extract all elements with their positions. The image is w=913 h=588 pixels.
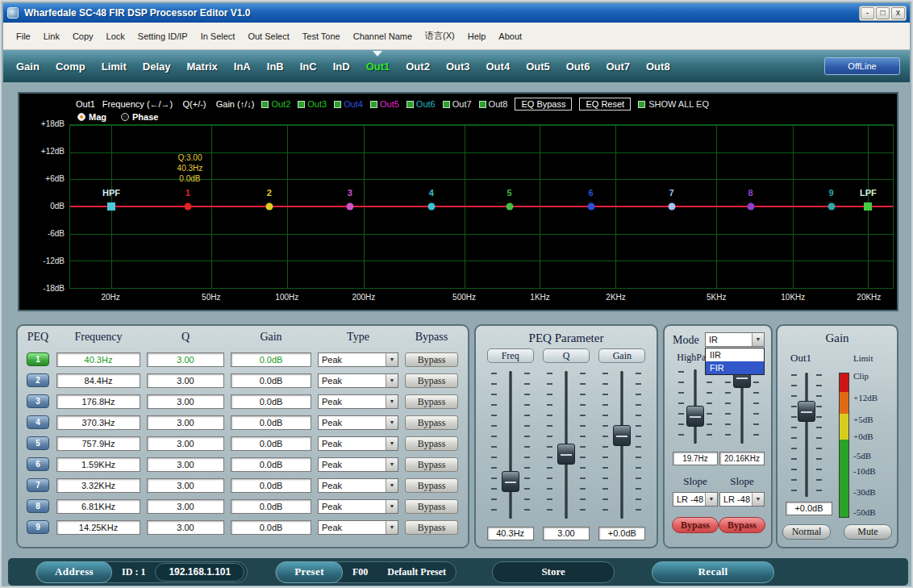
peq-bypass-button[interactable]: Bypass [405, 373, 458, 388]
tab-out7[interactable]: Out7 [598, 50, 638, 82]
peq-q-field[interactable]: 3.00 [147, 352, 224, 367]
close-button[interactable]: x [891, 7, 905, 19]
eq-bypass-button[interactable]: EQ Bypass [515, 98, 572, 111]
eq-overlay-out8[interactable]: Out8 [479, 99, 508, 109]
store-button[interactable]: Store [492, 561, 615, 583]
peq-band-button[interactable]: 2 [27, 373, 49, 387]
peq-band-button[interactable]: 4 [27, 415, 49, 429]
crossover-bypass-button[interactable]: Bypass [719, 517, 765, 533]
tab-out2[interactable]: Out2 [398, 50, 438, 82]
menu-item-setting-id-ip[interactable]: Setting ID/IP [131, 31, 194, 41]
peq-type-select[interactable]: Peak▼ [318, 415, 398, 430]
slider-handle[interactable] [686, 406, 704, 427]
peq-type-select[interactable]: Peak▼ [318, 478, 398, 493]
peq-band-button[interactable]: 9 [27, 520, 49, 534]
menu-item-link[interactable]: Link [37, 31, 66, 41]
peq-gain-field[interactable]: 0.0dB [231, 520, 311, 535]
tab-out4[interactable]: Out4 [478, 50, 519, 82]
peq-type-select[interactable]: Peak▼ [318, 373, 398, 388]
peq-type-select[interactable]: Peak▼ [318, 352, 398, 367]
menu-item-test-tone[interactable]: Test Tone [296, 31, 347, 41]
peq-gain-field[interactable]: 0.0dB [231, 457, 311, 472]
eq-point-6[interactable] [587, 203, 594, 211]
peq-q-field[interactable]: 3.00 [147, 373, 224, 388]
eq-overlay-out2[interactable]: Out2 [261, 99, 290, 109]
offline-button[interactable]: OffLine [824, 57, 900, 75]
peq-type-select[interactable]: Peak▼ [318, 436, 398, 451]
peq-q-field[interactable]: 3.00 [147, 499, 224, 514]
peq-band-button[interactable]: 7 [27, 478, 49, 492]
tab-ina[interactable]: InA [226, 50, 259, 82]
peq-frequency-field[interactable]: 6.81KHz [56, 499, 140, 514]
peq-bypass-button[interactable]: Bypass [405, 415, 458, 430]
tab-limit[interactable]: Limit [94, 50, 135, 82]
peq-bypass-button[interactable]: Bypass [405, 499, 458, 514]
peq-gain-field[interactable]: 0.0dB [231, 373, 311, 388]
peq-q-field[interactable]: 3.00 [147, 520, 224, 535]
mode-option-fir[interactable]: FIR [706, 361, 764, 374]
peq-frequency-field[interactable]: 3.32KHz [56, 478, 140, 493]
peq-type-select[interactable]: Peak▼ [318, 520, 398, 535]
menu-item-lock[interactable]: Lock [100, 31, 131, 41]
peq-gain-field[interactable]: 0.0dB [231, 478, 311, 493]
slider-handle[interactable] [798, 401, 815, 422]
peq-q-field[interactable]: 3.00 [147, 415, 224, 430]
slider-handle[interactable] [502, 471, 519, 492]
peq-frequency-field[interactable]: 1.59KHz [56, 457, 140, 472]
peq-bypass-button[interactable]: Bypass [405, 394, 458, 409]
tab-ind[interactable]: InD [325, 50, 358, 82]
eq-overlay-out5[interactable]: Out5 [370, 99, 399, 109]
mute-button[interactable]: Mute [844, 524, 892, 540]
eq-overlay-out4[interactable]: Out4 [334, 99, 363, 109]
peq-frequency-field[interactable]: 176.8Hz [56, 394, 140, 409]
tab-out5[interactable]: Out5 [518, 50, 558, 82]
peq-frequency-field[interactable]: 14.25KHz [56, 520, 140, 535]
peq-frequency-field[interactable]: 84.4Hz [56, 373, 140, 388]
minimize-button[interactable]: - [861, 7, 874, 19]
mode-option-iir[interactable]: IIR [706, 348, 764, 361]
tab-inc[interactable]: InC [292, 50, 325, 82]
eq-reset-button[interactable]: EQ Reset [579, 98, 631, 111]
menu-item-about[interactable]: About [492, 31, 528, 41]
peq-type-select[interactable]: Peak▼ [318, 457, 398, 472]
maximize-button[interactable]: □ [876, 7, 890, 19]
menu-item-help[interactable]: Help [461, 31, 493, 41]
tab-comp[interactable]: Comp [48, 50, 94, 82]
peq-q-field[interactable]: 3.00 [147, 457, 224, 472]
peq-gain-field[interactable]: 0.0dB [231, 415, 311, 430]
slope-select[interactable]: LR -48▼ [719, 492, 765, 507]
tab-gain[interactable]: Gain [8, 50, 48, 82]
peq-band-button[interactable]: 6 [27, 457, 49, 471]
radio-phase[interactable]: Phase [121, 112, 158, 122]
menu-item-file[interactable]: File [10, 31, 37, 41]
peq-type-select[interactable]: Peak▼ [318, 394, 398, 409]
menu-item-copy[interactable]: Copy [66, 31, 100, 41]
peq-q-field[interactable]: 3.00 [147, 478, 224, 493]
eq-overlay-out3[interactable]: Out3 [298, 99, 327, 109]
peq-type-select[interactable]: Peak▼ [318, 499, 398, 514]
tab-out8[interactable]: Out8 [638, 50, 678, 82]
slider-handle[interactable] [613, 425, 631, 446]
peq-bypass-button[interactable]: Bypass [405, 457, 458, 472]
crossover-bypass-button[interactable]: Bypass [672, 517, 719, 533]
menu-item-channel-name[interactable]: Channel Name [347, 31, 419, 41]
peq-gain-field[interactable]: 0.0dB [231, 436, 311, 451]
address-button[interactable]: Address [36, 561, 112, 583]
eq-point-1[interactable] [184, 203, 191, 211]
tab-matrix[interactable]: Matrix [179, 50, 226, 82]
peq-gain-field[interactable]: 0.0dB [231, 394, 311, 409]
tab-delay[interactable]: Delay [135, 50, 179, 82]
eq-point-7[interactable] [668, 203, 675, 211]
peq-gain-field[interactable]: 0.0dB [231, 499, 311, 514]
tab-inb[interactable]: InB [259, 50, 292, 82]
peq-bypass-button[interactable]: Bypass [405, 436, 458, 451]
eq-point-4[interactable] [427, 203, 435, 211]
menu-item-x[interactable]: 语言(X) [419, 30, 461, 42]
eq-point-8[interactable] [747, 203, 754, 211]
menu-item-in-select[interactable]: In Select [194, 31, 242, 41]
menu-item-out-select[interactable]: Out Select [241, 31, 295, 41]
tab-out3[interactable]: Out3 [438, 50, 478, 82]
peq-bypass-button[interactable]: Bypass [405, 520, 458, 535]
eq-overlay-out7[interactable]: Out7 [443, 99, 472, 109]
eq-point-hpf[interactable] [107, 202, 115, 211]
